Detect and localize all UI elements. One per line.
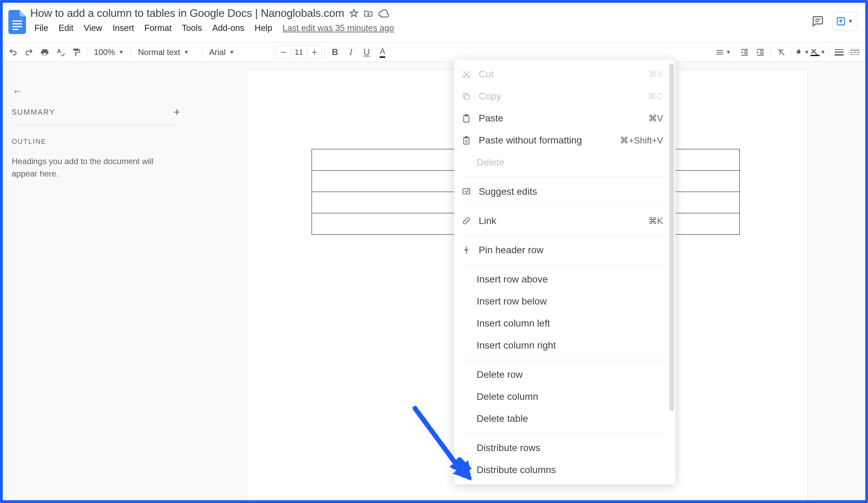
font-size-increase[interactable]: + (308, 46, 321, 59)
context-delete-table[interactable]: Delete table (454, 408, 675, 430)
border-color-button[interactable]: ▼ (810, 45, 826, 60)
context-suggest-edits[interactable]: Suggest edits (454, 181, 675, 203)
context-paste-without-formatting[interactable]: Paste without formatting ⌘+Shift+V (454, 129, 675, 151)
zoom-select[interactable]: 100%▼ (90, 48, 128, 57)
share-button[interactable]: ▼ (832, 12, 857, 31)
svg-rect-11 (854, 52, 856, 52)
context-ins-col-left-label: Insert column left (477, 318, 663, 329)
context-menu-scrollbar[interactable] (669, 63, 674, 411)
font-value: Arial (209, 48, 226, 57)
undo-button[interactable] (6, 45, 21, 60)
separator (771, 47, 771, 58)
increase-indent-button[interactable] (753, 45, 768, 60)
font-size-stepper: − 11 + (276, 45, 322, 59)
border-dash-button[interactable] (847, 45, 862, 60)
context-suggest-label: Suggest edits (479, 186, 663, 197)
svg-rect-9 (850, 50, 859, 50)
separator (324, 47, 325, 58)
context-ins-row-below-label: Insert row below (477, 296, 663, 307)
context-cut: Cut ⌘X (454, 63, 675, 85)
menu-format[interactable]: Format (140, 21, 176, 35)
collapse-outline-icon[interactable]: ← (12, 69, 180, 105)
svg-point-18 (463, 75, 465, 78)
svg-rect-8 (835, 54, 844, 55)
svg-rect-0 (12, 20, 22, 21)
move-icon[interactable] (363, 9, 373, 18)
border-width-button[interactable] (831, 45, 847, 60)
svg-rect-12 (857, 52, 860, 52)
style-value: Normal text (138, 48, 180, 57)
context-insert-column-left[interactable]: Insert column left (454, 312, 675, 335)
line-spacing-button[interactable]: ▼ (715, 45, 731, 60)
paragraph-style-select[interactable]: Normal text▼ (134, 48, 199, 57)
italic-button[interactable]: I (343, 45, 358, 60)
clear-formatting-button[interactable] (774, 45, 789, 60)
context-distribute-columns[interactable]: Distribute columns (454, 459, 675, 481)
decrease-indent-button[interactable] (737, 45, 752, 60)
context-menu: Cut ⌘X Copy ⌘C Paste ⌘V Paste without fo… (454, 60, 675, 484)
zoom-value: 100% (94, 48, 115, 57)
spellcheck-button[interactable] (53, 45, 68, 60)
svg-rect-17 (858, 54, 859, 55)
underline-button[interactable]: U (359, 45, 374, 60)
print-button[interactable] (37, 45, 52, 60)
context-paste-label: Paste (479, 113, 641, 124)
context-link-shortcut: ⌘K (648, 216, 663, 226)
bold-button[interactable]: B (327, 45, 342, 60)
separator (792, 47, 792, 58)
toolbar: 100%▼ Normal text▼ Arial▼ − 11 + B I U A… (3, 43, 865, 62)
context-dist-rows-label: Distribute rows (477, 442, 663, 453)
menu-tools[interactable]: Tools (178, 21, 206, 35)
menu-view[interactable]: View (80, 21, 106, 35)
context-insert-row-above[interactable]: Insert row above (454, 268, 675, 290)
separator (131, 47, 131, 58)
chevron-down-icon: ▼ (118, 49, 124, 55)
font-size-decrease[interactable]: − (277, 46, 290, 59)
text-color-button[interactable]: A (375, 45, 390, 60)
last-edit-link[interactable]: Last edit was 35 minutes ago (283, 23, 394, 33)
context-copy-shortcut: ⌘C (648, 91, 663, 102)
redo-button[interactable] (21, 45, 37, 60)
context-cut-label: Cut (479, 69, 641, 80)
menu-bar: File Edit View Insert Format Tools Add-o… (30, 21, 809, 35)
context-link[interactable]: Link ⌘K (454, 210, 675, 232)
context-del-table-label: Delete table (477, 413, 663, 424)
separator (462, 177, 668, 177)
fill-color-button[interactable]: ▼ (795, 45, 810, 60)
cloud-status-icon[interactable] (378, 8, 389, 19)
menu-insert[interactable]: Insert (108, 21, 138, 35)
doc-title[interactable]: How to add a column to tables in Google … (30, 7, 344, 20)
font-select[interactable]: Arial▼ (205, 48, 270, 57)
comments-icon[interactable] (809, 13, 826, 30)
context-pin-header-row[interactable]: Pin header row (454, 239, 675, 261)
context-paste-nf-shortcut: ⌘+Shift+V (620, 135, 663, 146)
context-delete: Delete (454, 151, 675, 173)
context-del-row-label: Delete row (477, 369, 663, 380)
context-insert-row-below[interactable]: Insert row below (454, 290, 675, 312)
add-summary-icon[interactable]: + (173, 105, 180, 119)
suggest-icon (462, 187, 471, 196)
docs-logo-icon[interactable] (7, 8, 28, 36)
context-distribute-rows[interactable]: Distribute rows (454, 437, 675, 459)
svg-rect-25 (463, 188, 470, 194)
context-insert-column-right[interactable]: Insert column right (454, 335, 675, 357)
menu-addons[interactable]: Add-ons (208, 21, 248, 35)
menu-help[interactable]: Help (250, 21, 276, 35)
chevron-down-icon: ▼ (229, 49, 235, 55)
svg-rect-10 (850, 52, 853, 52)
svg-rect-14 (852, 54, 853, 55)
menu-edit[interactable]: Edit (54, 21, 78, 35)
separator (462, 433, 668, 433)
menu-file[interactable]: File (30, 21, 52, 35)
context-delete-row[interactable]: Delete row (454, 364, 675, 386)
svg-rect-3 (12, 29, 19, 30)
svg-rect-5 (810, 55, 819, 56)
context-paste[interactable]: Paste ⌘V (454, 107, 675, 129)
svg-rect-6 (835, 49, 844, 50)
star-icon[interactable] (349, 9, 359, 18)
font-size-value[interactable]: 11 (290, 46, 308, 59)
summary-label: SUMMARY (12, 108, 55, 117)
context-del-col-label: Delete column (477, 391, 663, 402)
paint-format-button[interactable] (69, 45, 84, 60)
context-delete-column[interactable]: Delete column (454, 386, 675, 408)
